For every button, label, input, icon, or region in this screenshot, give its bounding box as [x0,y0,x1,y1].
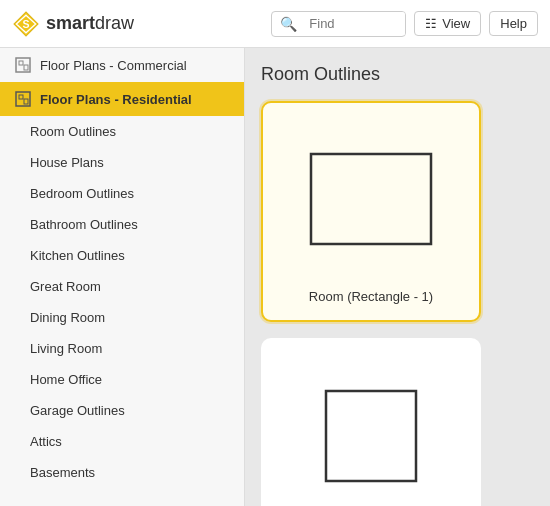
sidebar-item-residential-label: Floor Plans - Residential [40,92,192,107]
svg-text:S: S [22,18,29,30]
sidebar-item-label-house-plans: House Plans [30,155,104,170]
card-room-rectangle-2[interactable]: Room (Rectangle - 2) [261,338,481,506]
svg-rect-5 [24,65,28,70]
floor-plan-residential-icon [14,90,32,108]
sidebar-item-commercial-label: Floor Plans - Commercial [40,58,187,73]
section-title: Room Outlines [261,64,534,85]
sidebar-item-bathroom-outlines[interactable]: Bathroom Outlines [0,209,244,240]
app-header: S smartdraw 🔍 ☷ View Help [0,0,550,48]
sidebar: Floor Plans - Commercial Floor Plans - R… [0,48,245,506]
content-area: Room Outlines Room (Rectangle - 1)Room (… [245,48,550,506]
view-grid-icon: ☷ [425,16,437,31]
sidebar-item-label-bathroom-outlines: Bathroom Outlines [30,217,138,232]
view-label: View [442,16,470,31]
sidebar-item-label-great-room: Great Room [30,279,101,294]
sidebar-item-label-living-room: Living Room [30,341,102,356]
sidebar-item-commercial[interactable]: Floor Plans - Commercial [0,48,244,82]
cards-grid: Room (Rectangle - 1)Room (Rectangle - 2) [261,101,534,506]
sidebar-item-basements[interactable]: Basements [0,457,244,488]
svg-rect-10 [326,391,416,481]
sidebar-item-label-room-outlines: Room Outlines [30,124,116,139]
sidebar-item-label-attics: Attics [30,434,62,449]
sidebar-item-bedroom-outlines[interactable]: Bedroom Outlines [0,178,244,209]
svg-rect-9 [311,154,431,244]
room-shape-svg-room-rectangle-2 [296,361,446,506]
sidebar-item-residential[interactable]: Floor Plans - Residential [0,82,244,116]
search-icon: 🔍 [272,12,305,36]
sidebar-item-home-office[interactable]: Home Office [0,364,244,395]
logo-icon: S [12,10,40,38]
svg-rect-4 [19,61,23,65]
logo-text: smartdraw [46,13,134,34]
svg-rect-7 [19,95,23,99]
card-shape-room-rectangle-2 [291,356,451,506]
search-box[interactable]: 🔍 [271,11,406,37]
logo: S smartdraw [12,10,134,38]
header-actions: 🔍 ☷ View Help [271,11,538,37]
sidebar-item-label-dining-room: Dining Room [30,310,105,325]
sidebar-item-living-room[interactable]: Living Room [0,333,244,364]
sidebar-item-label-bedroom-outlines: Bedroom Outlines [30,186,134,201]
sidebar-item-label-kitchen-outlines: Kitchen Outlines [30,248,125,263]
sidebar-item-kitchen-outlines[interactable]: Kitchen Outlines [0,240,244,271]
card-label-room-rectangle-1: Room (Rectangle - 1) [309,289,433,304]
main-content: Floor Plans - Commercial Floor Plans - R… [0,48,550,506]
floor-plan-commercial-icon [14,56,32,74]
sidebar-item-great-room[interactable]: Great Room [0,271,244,302]
sidebar-item-attics[interactable]: Attics [0,426,244,457]
sidebar-subitems: Room OutlinesHouse PlansBedroom Outlines… [0,116,244,488]
search-input[interactable] [305,12,405,35]
sidebar-item-label-basements: Basements [30,465,95,480]
sidebar-item-dining-room[interactable]: Dining Room [0,302,244,333]
sidebar-item-garage-outlines[interactable]: Garage Outlines [0,395,244,426]
card-shape-room-rectangle-1 [291,119,451,279]
help-label: Help [500,16,527,31]
svg-rect-8 [24,99,28,104]
sidebar-item-house-plans[interactable]: House Plans [0,147,244,178]
sidebar-item-label-home-office: Home Office [30,372,102,387]
sidebar-item-room-outlines[interactable]: Room Outlines [0,116,244,147]
help-button[interactable]: Help [489,11,538,36]
view-button[interactable]: ☷ View [414,11,481,36]
room-shape-svg-room-rectangle-1 [296,124,446,274]
sidebar-item-label-garage-outlines: Garage Outlines [30,403,125,418]
card-room-rectangle-1[interactable]: Room (Rectangle - 1) [261,101,481,322]
